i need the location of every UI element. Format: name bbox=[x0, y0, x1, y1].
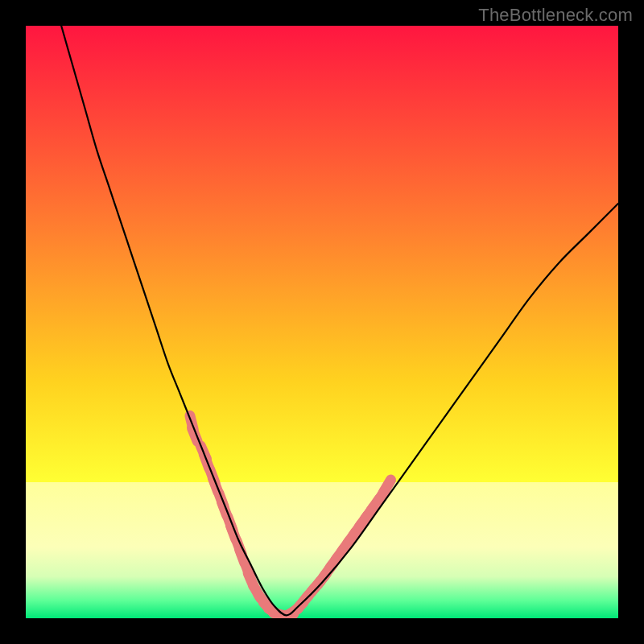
bottleneck-curve bbox=[61, 26, 618, 615]
watermark-text: TheBottleneck.com bbox=[478, 5, 633, 26]
marker-dash bbox=[383, 480, 390, 493]
highlight-markers bbox=[190, 415, 391, 617]
plot-area bbox=[26, 26, 618, 618]
curve-layer bbox=[26, 26, 618, 618]
chart-frame: TheBottleneck.com bbox=[0, 0, 644, 644]
